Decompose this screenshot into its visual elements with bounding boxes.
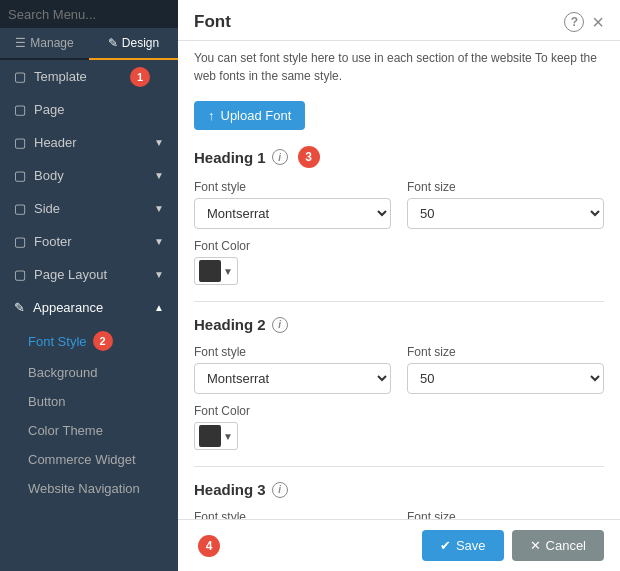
heading1-font-style-select[interactable]: Montserrat Arial Roboto Open Sans	[194, 198, 391, 229]
panel-body: ↑ Upload Font Heading 1 i 3 Font style M…	[178, 93, 620, 571]
tab-design-label: Design	[122, 36, 159, 50]
heading1-color-picker[interactable]: ▼	[194, 257, 238, 285]
close-icon[interactable]: ×	[592, 12, 604, 32]
sidebar-item-header[interactable]: ▢ Header ▼	[0, 126, 178, 159]
sidebar-item-header-label: Header	[34, 135, 77, 150]
sidebar: 🔍 ☰ Manage ✎ Design ▢ Template 1 ▢ Page …	[0, 0, 178, 571]
sidebar-item-side-label: Side	[34, 201, 60, 216]
heading1-font-size-label: Font size	[407, 180, 604, 194]
sidebar-item-page-layout-label: Page Layout	[34, 267, 107, 282]
heading2-font-size-select[interactable]: 50 32 40	[407, 363, 604, 394]
heading2-color-arrow-icon: ▼	[223, 431, 233, 442]
help-icon[interactable]: ?	[564, 12, 584, 32]
heading2-color-picker[interactable]: ▼	[194, 422, 238, 450]
appearance-icon: ✎	[14, 300, 25, 315]
save-button[interactable]: ✔ Save	[422, 530, 504, 561]
background-label: Background	[28, 365, 97, 380]
sidebar-item-page-label: Page	[34, 102, 64, 117]
heading2-font-style-label: Font style	[194, 345, 391, 359]
heading3-label: Heading 3	[194, 481, 266, 498]
heading1-color-swatch	[199, 260, 221, 282]
button-label: Button	[28, 394, 66, 409]
heading2-font-size-group: Font size 50 32 40	[407, 345, 604, 394]
heading2-font-size-label: Font size	[407, 345, 604, 359]
save-label: Save	[456, 538, 486, 553]
appearance-arrow-icon: ▲	[154, 302, 164, 313]
page-layout-arrow-icon: ▼	[154, 269, 164, 280]
cancel-label: Cancel	[546, 538, 586, 553]
heading1-font-style-group: Font style Montserrat Arial Roboto Open …	[194, 180, 391, 229]
heading1-color-arrow-icon: ▼	[223, 266, 233, 277]
sidebar-item-body-label: Body	[34, 168, 64, 183]
sidebar-item-template[interactable]: ▢ Template 1	[0, 60, 178, 93]
panel-footer: 4 ✔ Save ✕ Cancel	[178, 519, 620, 571]
sidebar-subitem-commerce-widget[interactable]: Commerce Widget	[0, 445, 178, 474]
upload-icon: ↑	[208, 108, 215, 123]
heading1-font-size-select[interactable]: 50 32 40 60	[407, 198, 604, 229]
sidebar-item-page[interactable]: ▢ Page	[0, 93, 178, 126]
page-icon: ▢	[14, 102, 26, 117]
divider-2	[194, 466, 604, 467]
cancel-icon: ✕	[530, 538, 541, 553]
sidebar-subitem-font-style[interactable]: Font Style 2	[0, 324, 178, 358]
sidebar-subitem-background[interactable]: Background	[0, 358, 178, 387]
sidebar-item-side[interactable]: ▢ Side ▼	[0, 192, 178, 225]
search-input[interactable]	[8, 7, 176, 22]
heading3-info-icon[interactable]: i	[272, 482, 288, 498]
tab-design[interactable]: ✎ Design	[89, 28, 178, 60]
main-panel: Font ? × You can set font style here to …	[178, 0, 620, 571]
heading2-title: Heading 2 i	[194, 316, 604, 333]
heading2-label: Heading 2	[194, 316, 266, 333]
sidebar-item-page-layout[interactable]: ▢ Page Layout ▼	[0, 258, 178, 291]
panel-header: Font ? ×	[178, 0, 620, 41]
upload-font-label: Upload Font	[221, 108, 292, 123]
tab-manage-label: Manage	[30, 36, 73, 50]
sidebar-item-footer-label: Footer	[34, 234, 72, 249]
font-style-badge: 2	[93, 331, 113, 351]
footer-arrow-icon: ▼	[154, 236, 164, 247]
heading2-font-style-select[interactable]: Montserrat Arial Roboto	[194, 363, 391, 394]
body-arrow-icon: ▼	[154, 170, 164, 181]
panel-description: You can set font style here to use in ea…	[178, 41, 620, 93]
heading3-title: Heading 3 i	[194, 481, 604, 498]
header-arrow-icon: ▼	[154, 137, 164, 148]
sidebar-tabs: ☰ Manage ✎ Design	[0, 28, 178, 60]
heading2-color-row: Font Color ▼	[194, 404, 604, 450]
sidebar-item-appearance[interactable]: ✎ Appearance ▲	[0, 291, 178, 324]
divider-1	[194, 301, 604, 302]
template-badge: 1	[130, 67, 150, 87]
upload-font-button[interactable]: ↑ Upload Font	[194, 101, 305, 130]
font-style-label: Font Style	[28, 334, 87, 349]
tab-manage[interactable]: ☰ Manage	[0, 28, 89, 58]
sidebar-item-footer[interactable]: ▢ Footer ▼	[0, 225, 178, 258]
heading1-font-color-label: Font Color	[194, 239, 604, 253]
heading1-section: Heading 1 i 3 Font style Montserrat Aria…	[194, 146, 604, 285]
side-arrow-icon: ▼	[154, 203, 164, 214]
footer-badge: 4	[198, 535, 220, 557]
sidebar-item-appearance-label: Appearance	[33, 300, 103, 315]
sidebar-subitem-button[interactable]: Button	[0, 387, 178, 416]
heading1-font-size-group: Font size 50 32 40 60	[407, 180, 604, 229]
heading2-form-row: Font style Montserrat Arial Roboto Font …	[194, 345, 604, 394]
design-icon: ✎	[108, 36, 118, 50]
heading2-font-style-group: Font style Montserrat Arial Roboto	[194, 345, 391, 394]
heading1-info-icon[interactable]: i	[272, 149, 288, 165]
heading2-font-color-label: Font Color	[194, 404, 604, 418]
side-icon: ▢	[14, 201, 26, 216]
panel-title: Font	[194, 12, 231, 32]
page-layout-icon: ▢	[14, 267, 26, 282]
cancel-button[interactable]: ✕ Cancel	[512, 530, 604, 561]
panel-header-icons: ? ×	[564, 12, 604, 32]
heading2-section: Heading 2 i Font style Montserrat Arial …	[194, 316, 604, 450]
heading1-font-style-label: Font style	[194, 180, 391, 194]
footer-icon: ▢	[14, 234, 26, 249]
website-navigation-label: Website Navigation	[28, 481, 140, 496]
sidebar-item-body[interactable]: ▢ Body ▼	[0, 159, 178, 192]
sidebar-subitem-color-theme[interactable]: Color Theme	[0, 416, 178, 445]
heading1-label: Heading 1	[194, 149, 266, 166]
search-bar: 🔍	[0, 0, 178, 28]
heading2-info-icon[interactable]: i	[272, 317, 288, 333]
sidebar-item-template-label: Template	[34, 69, 87, 84]
sidebar-subitem-website-navigation[interactable]: Website Navigation	[0, 474, 178, 503]
template-icon: ▢	[14, 69, 26, 84]
